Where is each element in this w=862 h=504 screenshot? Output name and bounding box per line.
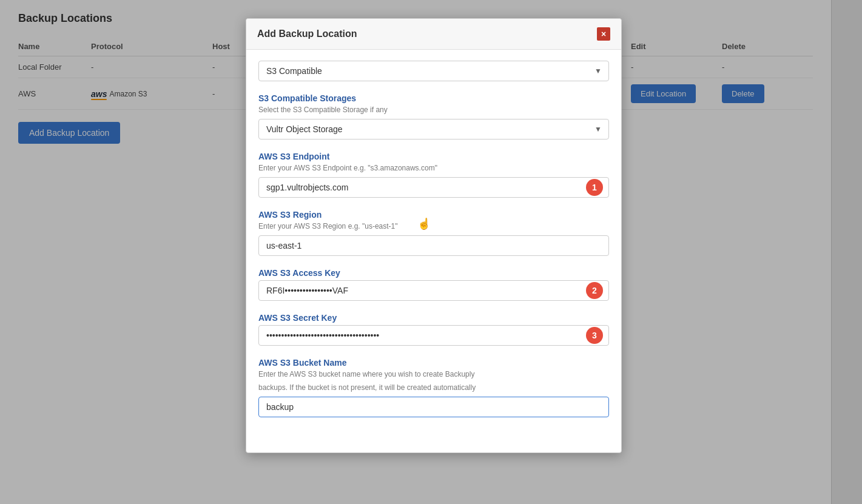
- bucket-name-input-wrapper: [258, 397, 609, 417]
- s3-compatible-group: S3 Compatible Storages Select the S3 Com…: [258, 93, 609, 139]
- secret-key-label: AWS S3 Secret Key: [258, 313, 609, 323]
- modal-close-button[interactable]: ×: [597, 27, 610, 41]
- region-label: AWS S3 Region: [258, 210, 609, 220]
- access-key-group: AWS S3 Access Key 2: [258, 268, 609, 301]
- type-select[interactable]: S3 Compatible Amazon S3 Local Folder FTP…: [258, 61, 609, 81]
- type-select-wrapper: S3 Compatible Amazon S3 Local Folder FTP…: [258, 61, 609, 81]
- bucket-name-sublabel2: backups. If the bucket is not present, i…: [258, 383, 609, 392]
- endpoint-input-wrapper: 1: [258, 177, 609, 198]
- region-input-wrapper: [258, 235, 609, 256]
- bucket-name-label: AWS S3 Bucket Name: [258, 358, 609, 368]
- bucket-name-group: AWS S3 Bucket Name Enter the AWS S3 buck…: [258, 358, 609, 417]
- region-input[interactable]: [258, 235, 609, 256]
- access-key-input[interactable]: [258, 280, 609, 301]
- step-badge-3: 3: [586, 327, 603, 344]
- modal-header: Add Backup Location ×: [246, 19, 621, 50]
- bucket-name-input[interactable]: [258, 397, 609, 417]
- modal-body: S3 Compatible Amazon S3 Local Folder FTP…: [246, 50, 621, 452]
- secret-key-input[interactable]: [258, 325, 609, 346]
- endpoint-sublabel: Enter your AWS S3 Endpoint e.g. "s3.amaz…: [258, 164, 609, 172]
- region-group: AWS S3 Region Enter your AWS S3 Region e…: [258, 210, 609, 256]
- secret-key-input-wrapper: 3: [258, 325, 609, 346]
- s3-compatible-label: S3 Compatible Storages: [258, 93, 609, 103]
- modal-title: Add Backup Location: [257, 29, 357, 39]
- access-key-input-wrapper: 2: [258, 280, 609, 301]
- region-sublabel: Enter your AWS S3 Region e.g. "us-east-1…: [258, 222, 609, 230]
- access-key-label: AWS S3 Access Key: [258, 268, 609, 278]
- storage-select-wrapper: Vultr Object Storage Wasabi DigitalOcean…: [258, 119, 609, 139]
- endpoint-label: AWS S3 Endpoint: [258, 152, 609, 161]
- s3-compatible-sublabel: Select the S3 Compatible Storage if any: [258, 106, 609, 114]
- endpoint-input[interactable]: [258, 177, 609, 198]
- add-backup-location-modal: Add Backup Location × S3 Compatible Amaz…: [246, 18, 622, 453]
- bucket-name-sublabel1: Enter the AWS S3 bucket name where you w…: [258, 370, 609, 378]
- secret-key-group: AWS S3 Secret Key 3: [258, 313, 609, 346]
- step-badge-2: 2: [586, 282, 603, 299]
- storage-select[interactable]: Vultr Object Storage Wasabi DigitalOcean…: [258, 119, 609, 139]
- type-selector-group: S3 Compatible Amazon S3 Local Folder FTP…: [258, 61, 609, 81]
- endpoint-group: AWS S3 Endpoint Enter your AWS S3 Endpoi…: [258, 152, 609, 198]
- step-badge-1: 1: [586, 179, 603, 196]
